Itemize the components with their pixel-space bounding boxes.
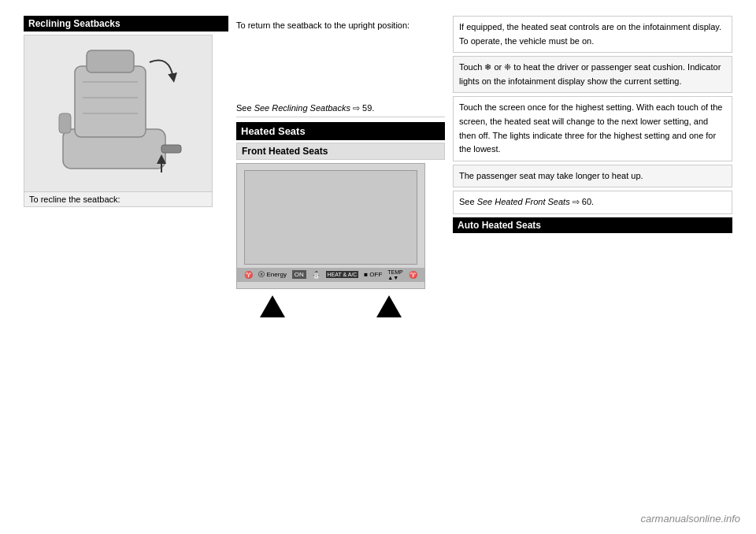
- infotainment-screen: [244, 170, 417, 265]
- seat-diagram: [39, 43, 197, 184]
- arrow-left: [260, 295, 285, 317]
- main-content: Reclining Seatbacks: [0, 0, 756, 534]
- reclining-ref-italic: See Reclining Seatbacks: [254, 103, 350, 113]
- on-indicator: ON: [292, 270, 306, 279]
- arrow-right: [376, 295, 402, 317]
- seat-caption: To recline the seatback:: [24, 192, 213, 207]
- right-block-2: Touch ❄ or ❈ to heat the driver or passe…: [453, 56, 732, 93]
- auto-heated-title: Auto Heated Seats: [453, 217, 732, 233]
- heated-ref-italic: See Heated Front Seats: [477, 197, 570, 206]
- reclining-ref-page: 59.: [362, 103, 374, 113]
- seat-icon-right: ♈: [409, 271, 417, 279]
- heated-ref-page: 60.: [582, 197, 594, 206]
- watermark: carmanualsonline.info: [641, 513, 740, 525]
- energy-label: ⓧ Energy: [258, 270, 287, 279]
- heated-seats-title: Heated Seats: [236, 122, 445, 140]
- passenger-text: The passenger seat may take longer to he…: [459, 171, 643, 180]
- right-ref-line: See See Heated Front Seats ⇨ 60.: [453, 191, 732, 214]
- see-label: See: [236, 103, 254, 113]
- right-block-3: Touch the screen once for the highest se…: [453, 96, 732, 161]
- infotainment-display: ♈ ⓧ Energy ON ⛄ HEAT & A/C ■ OFF TEMP▲▼ …: [236, 163, 425, 289]
- infotainment-controls: ♈ ⓧ Energy ON ⛄ HEAT & A/C ■ OFF TEMP▲▼ …: [237, 268, 424, 282]
- middle-column: To return the seatback to the upright po…: [236, 16, 445, 518]
- return-seatback-text: To return the seatback to the upright po…: [236, 16, 445, 35]
- temp-label: TEMP▲▼: [387, 269, 402, 280]
- svg-rect-6: [59, 113, 71, 133]
- front-heated-title: Front Heated Seats: [236, 143, 445, 160]
- reclining-ref-line: See See Reclining Seatbacks ⇨ 59.: [236, 103, 445, 117]
- see-label-2: See: [459, 197, 477, 206]
- svg-rect-7: [161, 145, 181, 153]
- reclining-ref-arrow: ⇨: [350, 103, 362, 113]
- right-column: If equipped, the heated seat controls ar…: [453, 16, 732, 518]
- heat-ac-label: HEAT & A/C: [326, 271, 359, 278]
- right-block-1: If equipped, the heated seat controls ar…: [453, 16, 732, 53]
- seat-icon-left: ♈: [244, 271, 253, 279]
- page-container: Reclining Seatbacks: [0, 0, 756, 534]
- reclining-seatbacks-header: Reclining Seatbacks: [24, 16, 228, 32]
- seat-image: [24, 35, 213, 192]
- fan-icon: ⛄: [312, 271, 321, 279]
- right-block-4: The passenger seat may take longer to he…: [453, 165, 732, 188]
- heated-ref-arrow: ⇨: [570, 197, 582, 206]
- off-label: ■ OFF: [364, 271, 382, 278]
- svg-rect-1: [75, 66, 146, 137]
- left-column: Reclining Seatbacks: [24, 16, 228, 518]
- svg-rect-5: [87, 50, 134, 72]
- arrows-row: [236, 295, 425, 317]
